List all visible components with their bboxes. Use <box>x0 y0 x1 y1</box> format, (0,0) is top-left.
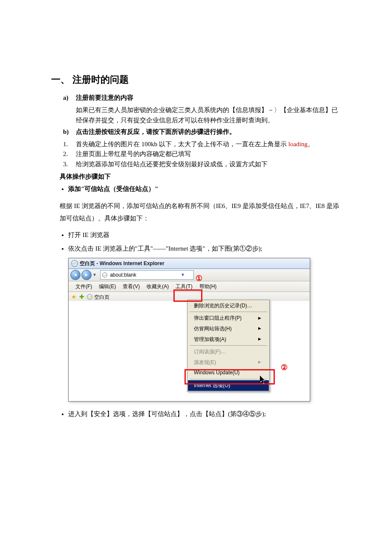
add-favorite-icon[interactable]: ✚ <box>79 292 84 302</box>
step-1: 1. 首先确定上传的图片在 100kb 以下，太大了会上传不动，一直在左上角显示… <box>63 139 343 149</box>
menu-internet-options[interactable]: Internet 选项(O) <box>188 380 269 391</box>
detail-heading: 具体操作步骤如下 <box>60 172 343 182</box>
submenu-arrow-icon: ▶ <box>258 336 261 342</box>
menu-subscribe-feed: 订阅该源(F)… <box>188 347 269 357</box>
back-button[interactable]: ◄ <box>70 270 81 280</box>
submenu-arrow-icon: ▶ <box>258 359 261 365</box>
tools-dropdown: 删除浏览的历史记录(D)… 弹出窗口阻止程序(P) ▶ 仿冒网站筛选(H) ▶ … <box>187 300 270 392</box>
submenu-arrow-icon: ▶ <box>258 315 261 321</box>
step-2-text: 注册页面上带红星号的内容确定都已填写 <box>76 149 343 159</box>
label-b: b) <box>63 127 76 137</box>
step-3: 3. 给浏览器添加可信任站点还要把安全级别最好设成低，设置方式如下 <box>63 159 343 169</box>
ie-screenshot: 空白页 - Windows Internet Explorer ◄ ► ▼ ▼ … <box>68 258 310 402</box>
menu-windows-update[interactable]: Windows Update(U) <box>188 367 269 378</box>
address-dropdown-icon[interactable]: ▼ <box>181 272 185 278</box>
body-a: 如果已有三类人员加密锁的企业确定三类人员系统内的【信息填报】－〉【企业基本信息】… <box>76 105 343 125</box>
bullet-add-trusted: 添加"可信站点（受信任站点）" <box>68 184 343 194</box>
annotation-marker-2: ② <box>281 362 290 371</box>
explain-text: 根据 IE 浏览器的不同，添加可信站点的名称有所不同（IE6、IE9 是添加受信… <box>60 200 343 224</box>
menu-addons-label: 管理加载项(A) <box>194 335 226 344</box>
address-ie-icon <box>102 272 107 278</box>
step-2-num: 2. <box>63 149 76 159</box>
step-3-text: 给浏览器添加可信任站点还要把安全级别最好设成低，设置方式如下 <box>76 159 343 169</box>
menu-file[interactable]: 文件(F) <box>72 281 95 292</box>
step-3-num: 3. <box>63 159 76 169</box>
menu-manage-addons[interactable]: 管理加载项(A) ▶ <box>188 334 269 345</box>
label-a: a) <box>63 93 76 103</box>
heading-1: 一、 注册时的问题 <box>51 72 343 87</box>
menu-favorites[interactable]: 收藏夹(A) <box>143 281 172 292</box>
menu-feed-discovery: 源发现(E) ▶ <box>188 357 269 368</box>
item-b: b) 点击注册按钮没有反应，请按下面所讲的步骤进行操作。 <box>63 127 343 137</box>
menu-delete-history[interactable]: 删除浏览的历史记录(D)… <box>188 301 269 311</box>
window-title: 空白页 - Windows Internet Explorer <box>80 260 164 268</box>
menu-separator <box>190 379 267 379</box>
tab-blank[interactable]: 空白页 <box>87 293 110 301</box>
menu-delete-history-label: 删除浏览的历史记录(D)… <box>194 302 252 310</box>
submenu-arrow-icon: ▶ <box>258 326 261 332</box>
tab-ie-icon <box>87 294 92 300</box>
step-1-num: 1. <box>63 139 76 149</box>
menu-phishing-filter[interactable]: 仿冒网站筛选(H) ▶ <box>188 324 269 334</box>
document-page: 一、 注册时的问题 a) 注册前要注意的内容 如果已有三类人员加密锁的企业确定三… <box>0 0 392 555</box>
menu-subscribe-label: 订阅该源(F)… <box>194 348 226 356</box>
title-b: 点击注册按钮没有反应，请按下面所讲的步骤进行操作。 <box>76 127 343 137</box>
bullet-security-tab: 进入到【安全】选项，选择【可信站点】，点击【站点】(第③④⑤步); <box>68 409 343 419</box>
menu-phishing-label: 仿冒网站筛选(H) <box>194 325 232 333</box>
step-2: 2. 注册页面上带红星号的内容确定都已填写 <box>63 149 343 159</box>
address-input[interactable] <box>109 272 179 278</box>
address-bar[interactable]: ▼ <box>100 270 194 280</box>
bullet-click-tools: 依次点击 IE 浏览器上的"工具"——"Internet 选项"，如下图(第①②… <box>68 244 343 254</box>
cursor-icon <box>259 376 265 384</box>
tab-label-text: 空白页 <box>94 293 110 301</box>
menu-winupdate-label: Windows Update(U) <box>194 369 239 377</box>
menu-popup-blocker[interactable]: 弹出窗口阻止程序(P) ▶ <box>188 313 269 324</box>
nav-history-caret-icon[interactable]: ▼ <box>92 272 97 278</box>
title-a: 注册前要注意的内容 <box>76 93 343 103</box>
menu-feed-label: 源发现(E) <box>194 358 216 367</box>
menu-tools[interactable]: 工具(T) <box>172 281 196 292</box>
menu-internet-options-label: Internet 选项(O) <box>194 382 230 388</box>
menu-popup-label: 弹出窗口阻止程序(P) <box>194 314 242 322</box>
menu-separator <box>190 345 267 346</box>
favorites-star-icon[interactable]: ★ <box>71 292 77 302</box>
menu-bar: 文件(F) 编辑(E) 查看(V) 收藏夹(A) 工具(T) 帮助(H) <box>69 281 310 292</box>
step-1-text: 首先确定上传的图片在 100kb 以下，太大了会上传不动，一直在左上角显示 lo… <box>76 139 343 149</box>
annotation-marker-1: ① <box>196 273 205 282</box>
bullet-open-ie: 打开 IE 浏览器 <box>68 230 343 240</box>
titlebar: 空白页 - Windows Internet Explorer <box>69 258 310 269</box>
menu-separator <box>190 312 267 312</box>
ie-icon <box>71 260 78 267</box>
item-a: a) 注册前要注意的内容 <box>63 93 343 103</box>
menu-help[interactable]: 帮助(H) <box>196 281 220 292</box>
forward-button[interactable]: ► <box>81 270 92 280</box>
loading-text: loading <box>288 141 308 147</box>
menu-edit[interactable]: 编辑(E) <box>95 281 119 292</box>
step-1-pre: 首先确定上传的图片在 100kb 以下，太大了会上传不动，一直在左上角显示 <box>76 141 288 147</box>
step-1-post: 。 <box>308 141 314 147</box>
menu-view[interactable]: 查看(V) <box>119 281 143 292</box>
nav-toolbar: ◄ ► ▼ ▼ <box>69 269 310 281</box>
